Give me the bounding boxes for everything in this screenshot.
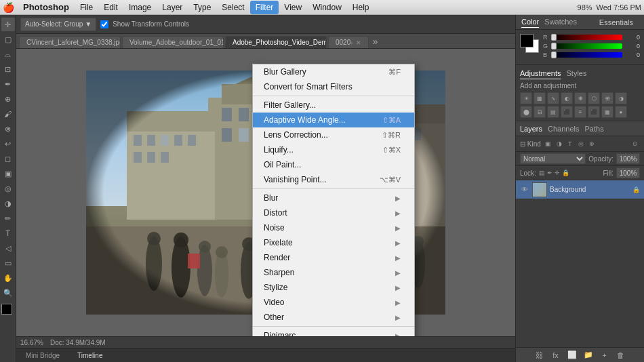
color-balance-adj[interactable]: ⊞ xyxy=(601,92,613,104)
channels-tab[interactable]: Channels xyxy=(548,125,579,133)
tab-0020[interactable]: 0020- ✕ xyxy=(328,36,369,48)
fill-input[interactable] xyxy=(616,167,640,178)
layer-background[interactable]: 👁 Background 🔒 xyxy=(516,180,644,199)
adjustments-tab[interactable]: Adjustments xyxy=(520,68,561,79)
layers-tab[interactable]: Layers xyxy=(520,125,542,133)
filter-smart-icon[interactable]: ⊕ xyxy=(587,139,597,148)
brush-tool[interactable]: 🖌 xyxy=(1,107,15,121)
green-slider[interactable] xyxy=(551,43,622,49)
text-tool[interactable]: T xyxy=(1,226,15,240)
lock-all-icon[interactable]: 🔒 xyxy=(562,169,569,176)
selective-color-adj[interactable]: ● xyxy=(615,106,627,118)
menu-blur[interactable]: Blur ▶ xyxy=(253,190,414,205)
filter-type-icon[interactable]: T xyxy=(565,139,575,148)
menu-digimarc[interactable]: Digimarc ▶ xyxy=(253,328,414,336)
menu-lens-correction[interactable]: Lens Correction... ⇧⌘R xyxy=(253,127,414,142)
red-slider[interactable] xyxy=(551,35,622,40)
delete-layer-icon[interactable]: 🗑 xyxy=(616,350,626,361)
layers-opacity-input[interactable] xyxy=(616,153,640,164)
posterize-adj[interactable]: ≡ xyxy=(574,106,586,118)
gradient-map-adj[interactable]: ▦ xyxy=(601,106,613,118)
menu-render[interactable]: Render ▶ xyxy=(253,250,414,265)
clone-tool[interactable]: ⊗ xyxy=(1,122,15,136)
tabs-more-button[interactable]: » xyxy=(370,36,381,47)
menu-layer[interactable]: Layer xyxy=(157,1,188,14)
menu-image[interactable]: Image xyxy=(123,1,157,14)
blue-slider[interactable] xyxy=(551,52,622,58)
filter-pixel-icon[interactable]: ▣ xyxy=(544,139,553,148)
menu-oil-paint[interactable]: Oil Paint... xyxy=(253,157,414,172)
menu-blur-gallery[interactable]: Blur Gallery ⌘F xyxy=(253,64,414,79)
apple-menu-icon[interactable]: 🍎 xyxy=(3,2,14,13)
brightness-adj[interactable]: ☀ xyxy=(520,92,532,104)
move-options-auto-select[interactable]: Auto-Select: Group ▼ xyxy=(20,18,96,31)
photo-filter-adj[interactable]: ⬤ xyxy=(520,106,532,118)
link-layers-icon[interactable]: ⛓ xyxy=(534,350,545,361)
levels-adj[interactable]: ▦ xyxy=(534,92,546,104)
threshold-adj[interactable]: ⬛ xyxy=(588,106,600,118)
menu-filter[interactable]: Filter xyxy=(250,1,279,14)
menu-type[interactable]: Type xyxy=(188,1,216,14)
fg-bg-colors[interactable] xyxy=(520,34,539,53)
filter-adjustment-icon[interactable]: ◑ xyxy=(555,139,564,148)
tab-adobe-photoshop[interactable]: Adobe_Photoshop_Video_Demo_Start.psd ✕ xyxy=(225,36,327,48)
tab-close-icon[interactable]: ✕ xyxy=(356,39,361,46)
hand-tool[interactable]: ✋ xyxy=(1,271,15,285)
mini-bridge-tab[interactable]: Mini Bridge xyxy=(20,350,65,361)
filter-shape-icon[interactable]: ◎ xyxy=(576,139,586,148)
exposure-adj[interactable]: ◐ xyxy=(561,92,573,104)
menu-vanishing-point[interactable]: Vanishing Point... ⌥⌘V xyxy=(253,172,414,187)
menu-select[interactable]: Select xyxy=(216,1,249,14)
menu-other[interactable]: Other ▶ xyxy=(253,310,414,325)
menu-convert-smart[interactable]: Convert for Smart Filters xyxy=(253,79,414,94)
menu-video[interactable]: Video ▶ xyxy=(253,295,414,310)
menu-adaptive-wide-angle[interactable]: Adaptive Wide Angle... ⇧⌘A xyxy=(253,113,414,127)
fg-bg-color-tool[interactable] xyxy=(1,304,15,323)
color-lookup-adj[interactable]: ▤ xyxy=(547,106,559,118)
add-mask-icon[interactable]: ⬜ xyxy=(567,350,578,361)
green-slider-thumb[interactable] xyxy=(551,43,557,49)
layers-mode-dropdown[interactable]: Normal xyxy=(520,153,586,164)
timeline-tab[interactable]: Timeline xyxy=(72,350,108,361)
move-tool[interactable]: ✛ xyxy=(1,18,15,31)
crop-tool[interactable]: ⊡ xyxy=(1,62,15,76)
channel-mixer-adj[interactable]: ⊟ xyxy=(534,106,546,118)
lasso-tool[interactable]: ⌓ xyxy=(1,47,15,61)
app-menu-photoshop[interactable]: Photoshop xyxy=(18,1,75,14)
blur-tool[interactable]: ◎ xyxy=(1,182,15,195)
pen-tool[interactable]: ✏ xyxy=(1,212,15,225)
tab-volume-adobe[interactable]: Volume_Adobe_outdoor_01_010.jpg ✕ xyxy=(122,36,224,48)
tab-cvincent[interactable]: CVincent_Laforet_MG_0338.jpg ✕ xyxy=(19,36,121,48)
healing-tool[interactable]: ⊕ xyxy=(1,92,15,106)
menu-view[interactable]: View xyxy=(279,1,307,14)
invert-adj[interactable]: ⬛ xyxy=(561,106,573,118)
curves-adj[interactable]: ∿ xyxy=(547,92,559,104)
canvas-area[interactable]: Blur Gallery ⌘F Convert for Smart Filter… xyxy=(16,49,515,336)
filter-toggle-icon[interactable]: ⊙ xyxy=(630,139,640,148)
eyedropper-tool[interactable]: ✒ xyxy=(1,77,15,91)
vibrance-adj[interactable]: ❋ xyxy=(574,92,586,104)
dodge-tool[interactable]: ◑ xyxy=(1,197,15,210)
add-fx-icon[interactable]: fx xyxy=(550,350,561,361)
menu-window[interactable]: Window xyxy=(307,1,347,14)
hue-adj[interactable]: ⬡ xyxy=(588,92,600,104)
shape-tool[interactable]: ▭ xyxy=(1,256,15,270)
bw-adj[interactable]: ◑ xyxy=(615,92,627,104)
menu-stylize[interactable]: Stylize ▶ xyxy=(253,280,414,295)
gradient-tool[interactable]: ▣ xyxy=(1,167,15,180)
lock-move-icon[interactable]: ✛ xyxy=(555,169,560,176)
blue-slider-thumb[interactable] xyxy=(551,52,557,58)
path-tool[interactable]: ◁ xyxy=(1,241,15,255)
layer-visibility-toggle[interactable]: 👁 xyxy=(520,185,529,195)
menu-edit[interactable]: Edit xyxy=(98,1,123,14)
new-layer-icon[interactable]: + xyxy=(599,350,610,361)
red-slider-thumb[interactable] xyxy=(551,34,557,41)
menu-sharpen[interactable]: Sharpen ▶ xyxy=(253,265,414,280)
new-group-icon[interactable]: 📁 xyxy=(583,350,594,361)
styles-tab[interactable]: Styles xyxy=(567,68,587,79)
swatches-panel-tab[interactable]: Swatches xyxy=(544,16,577,28)
menu-distort[interactable]: Distort ▶ xyxy=(253,205,414,220)
menu-file[interactable]: File xyxy=(75,1,98,14)
menu-pixelate[interactable]: Pixelate ▶ xyxy=(253,235,414,250)
color-panel-tab[interactable]: Color xyxy=(521,16,539,28)
